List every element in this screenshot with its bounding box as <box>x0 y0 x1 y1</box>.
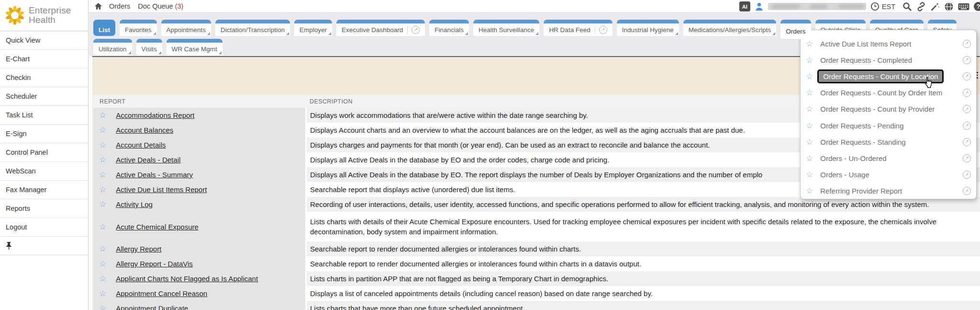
tab-utilization[interactable]: Utilization <box>93 39 132 55</box>
favorite-star-icon[interactable]: ☆ <box>99 184 106 195</box>
favorite-star-icon[interactable]: ☆ <box>806 137 813 147</box>
favorite-star-icon[interactable]: ☆ <box>806 71 813 81</box>
favorite-star-icon[interactable]: ☆ <box>99 222 106 232</box>
favorite-star-icon[interactable]: ☆ <box>99 288 106 299</box>
favorite-star-icon[interactable]: ☆ <box>806 121 813 131</box>
tab-hr-data-feed[interactable]: HR Data Feed ↗ <box>544 20 612 36</box>
open-in-new-icon[interactable]: ↗ <box>963 154 971 162</box>
link-icon[interactable] <box>916 2 926 11</box>
report-link[interactable]: Account Details <box>116 141 166 149</box>
tab-visits[interactable]: Visits <box>136 39 162 55</box>
tab-health-surveillance[interactable]: Health Surveillance <box>473 20 539 36</box>
favorite-star-icon[interactable]: ☆ <box>806 55 813 65</box>
tab-orders[interactable]: Orders <box>780 20 811 39</box>
sidebar-item-logout[interactable]: Logout <box>0 218 88 237</box>
menu-item-order-requests-standing[interactable]: ☆ Order Requests - Standing ↗ <box>801 134 976 150</box>
menu-item-order-requests-pending[interactable]: ☆ Order Requests - Pending ↗ <box>801 117 976 134</box>
favorite-star-icon[interactable]: ☆ <box>806 88 813 98</box>
report-link[interactable]: Accommodations Report <box>116 111 194 119</box>
external-link-icon[interactable]: ↗ <box>407 26 420 34</box>
tab-wr-case-mgmt[interactable]: WR Case Mgmt <box>167 39 223 55</box>
menu-item-orders-un-ordered[interactable]: ☆ Orders - Un-Ordered ↗ <box>801 150 976 166</box>
tab-executive-dashboard[interactable]: Executive Dashboard ↗ <box>336 20 425 36</box>
wand-icon[interactable] <box>930 2 940 11</box>
open-in-new-icon[interactable]: ↗ <box>963 40 971 48</box>
column-header-report[interactable]: REPORT <box>93 98 305 105</box>
search-icon[interactable] <box>902 2 912 11</box>
report-link[interactable]: Active Deals - Detail <box>116 156 180 164</box>
table-row: ☆Allergy Report Searchable report to ren… <box>93 241 980 256</box>
open-in-new-icon[interactable]: ↗ <box>963 138 971 146</box>
ai-badge[interactable]: AI <box>739 1 750 11</box>
tab-dictation-transcription[interactable]: Dictation/Transcription <box>215 20 290 36</box>
sidebar-item-control-panel[interactable]: Control Panel <box>0 143 88 162</box>
tab-employer[interactable]: Employer <box>294 20 332 36</box>
favorite-star-icon[interactable]: ☆ <box>99 170 106 180</box>
keyboard-icon[interactable] <box>958 2 969 11</box>
open-in-new-icon[interactable]: ↗ <box>963 72 971 80</box>
tab-favorites[interactable]: Favorites <box>120 20 157 36</box>
favorite-star-icon[interactable]: ☆ <box>806 39 813 49</box>
favorite-star-icon[interactable]: ☆ <box>806 186 813 196</box>
open-in-new-icon[interactable]: ↗ <box>963 122 971 130</box>
clock-icon[interactable] <box>870 2 880 11</box>
report-link[interactable]: Acute Chemical Exposure <box>116 223 199 231</box>
report-link[interactable]: Applicant Charts Not Flagged as Is Appli… <box>116 275 258 283</box>
sidebar-item-reports[interactable]: Reports <box>0 199 88 218</box>
menu-item-active-due-list-items-report[interactable]: ☆ Active Due List Items Report ↗ <box>801 35 976 52</box>
report-link[interactable]: Allergy Report <box>116 245 161 253</box>
sidebar-item-e-sign[interactable]: E-Sign <box>0 125 88 143</box>
favorite-star-icon[interactable]: ☆ <box>99 303 106 310</box>
menu-item-referring-provider-report[interactable]: ☆ Referring Provider Report ↗ <box>801 183 976 199</box>
home-icon[interactable] <box>94 2 102 10</box>
report-link[interactable]: Appointment Duplicate <box>116 304 188 310</box>
sidebar-item-quick-view[interactable]: Quick View <box>0 31 88 50</box>
favorite-star-icon[interactable]: ☆ <box>806 104 813 114</box>
breadcrumb-orders[interactable]: Orders <box>109 2 130 10</box>
report-link[interactable]: Allergy Report - DataVis <box>116 260 193 268</box>
sidebar-item-checkin[interactable]: Checkin <box>0 69 88 87</box>
open-in-new-icon[interactable]: ↗ <box>963 187 971 195</box>
favorite-star-icon[interactable]: ☆ <box>99 199 106 209</box>
open-in-new-icon[interactable]: ↗ <box>963 56 971 64</box>
report-link[interactable]: Appointment Cancel Reason <box>116 289 207 298</box>
menu-item-order-requests-count-by-order-item[interactable]: ☆ Order Requests - Count by Order Item ↗ <box>801 85 976 101</box>
favorite-star-icon[interactable]: ☆ <box>806 170 813 180</box>
menu-item-order-requests-count-by-location[interactable]: ☆ Order Requests - Count by Location ↗ <box>801 68 976 84</box>
favorite-star-icon[interactable]: ☆ <box>99 140 106 150</box>
favorite-star-icon[interactable]: ☆ <box>99 244 106 254</box>
favorite-star-icon[interactable]: ☆ <box>99 274 106 284</box>
tab-medications-allergies-scripts[interactable]: Medications/Allergies/Scripts <box>683 20 777 36</box>
tab-list[interactable]: List <box>93 20 115 36</box>
sidebar-item-task-list[interactable]: Task List <box>0 106 88 125</box>
report-link[interactable]: Account Balances <box>116 126 173 134</box>
breadcrumb: Orders Doc Queue (3) <box>94 2 191 10</box>
sidebar-item-fax-manager[interactable]: Fax Manager <box>0 181 88 199</box>
external-link-icon[interactable]: ↗ <box>595 26 607 34</box>
report-link[interactable]: Active Deals - Summary <box>116 171 193 179</box>
report-link[interactable]: Activity Log <box>116 200 153 208</box>
tab-industrial-hygiene[interactable]: Industrial Hygiene <box>617 20 679 36</box>
user-icon[interactable] <box>755 2 764 11</box>
open-in-new-icon[interactable]: ↗ <box>963 171 971 179</box>
tab-financials[interactable]: Financials <box>429 20 469 36</box>
globe-icon[interactable] <box>944 2 954 11</box>
sidebar-item-webscan[interactable]: WebScan <box>0 162 88 181</box>
sidebar-item-e-chart[interactable]: E-Chart <box>0 50 88 69</box>
menu-item-orders-usage[interactable]: ☆ Orders - Usage ↗ <box>801 167 976 183</box>
open-in-new-icon[interactable]: ↗ <box>963 105 971 113</box>
help-icon[interactable]: ? <box>974 2 980 11</box>
favorite-star-icon[interactable]: ☆ <box>99 110 106 120</box>
favorite-star-icon[interactable]: ☆ <box>99 259 106 269</box>
breadcrumb-doc-queue[interactable]: Doc Queue <box>138 2 173 10</box>
open-in-new-icon[interactable]: ↗ <box>963 89 971 97</box>
favorite-star-icon[interactable]: ☆ <box>99 155 106 165</box>
favorite-star-icon[interactable]: ☆ <box>806 153 813 163</box>
menu-item-order-requests-completed[interactable]: ☆ Order Requests - Completed ↗ <box>801 52 976 68</box>
sidebar-item-scheduler[interactable]: Scheduler <box>0 87 88 106</box>
sidebar-pin-toggle[interactable] <box>0 237 88 255</box>
menu-item-order-requests-count-by-provider[interactable]: ☆ Order Requests - Count by Provider ↗ <box>801 101 976 117</box>
tab-appointments[interactable]: Appointments <box>161 20 212 36</box>
report-link[interactable]: Active Due List Items Report <box>116 185 207 194</box>
favorite-star-icon[interactable]: ☆ <box>99 125 106 135</box>
